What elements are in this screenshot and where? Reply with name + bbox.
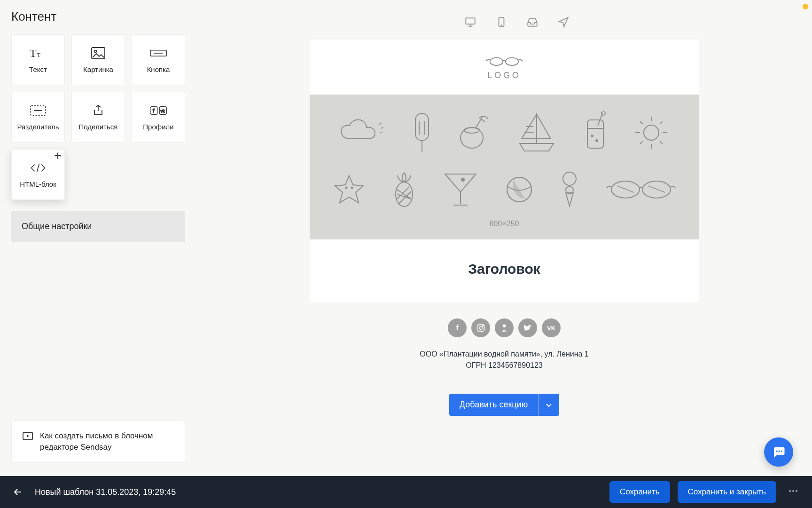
general-settings-label: Общие настройки — [22, 222, 92, 231]
twitter-icon[interactable] — [518, 318, 537, 337]
back-button[interactable] — [9, 484, 26, 500]
svg-point-32 — [644, 125, 659, 140]
save-close-label: Сохранить и закрыть — [688, 487, 766, 496]
block-html[interactable]: HTML-блок — [11, 149, 65, 200]
martini-icon — [442, 171, 479, 208]
hero-image-block[interactable]: 600×250 — [310, 95, 699, 239]
svg-line-38 — [660, 141, 663, 144]
svg-rect-0 — [466, 18, 475, 24]
sun-icon — [633, 115, 669, 151]
instagram-icon[interactable] — [471, 318, 490, 337]
heading-text: Заголовок — [310, 261, 699, 277]
block-text-label: Текст — [29, 65, 47, 73]
block-share[interactable]: Поделиться — [71, 92, 125, 143]
svg-point-58 — [789, 490, 791, 492]
add-section-button[interactable]: Добавить секцию — [449, 394, 538, 416]
save-button[interactable]: Сохранить — [609, 481, 670, 503]
chat-fab[interactable] — [764, 437, 793, 467]
block-profiles[interactable]: fvk Профили — [132, 92, 185, 143]
sunglasses-icon — [606, 177, 676, 202]
pineapple-icon — [392, 171, 416, 208]
button-icon — [150, 47, 167, 60]
inbox-preview-button[interactable] — [526, 16, 539, 30]
help-card[interactable]: Как создать письмо в блочном редакторе S… — [11, 421, 185, 463]
logo-icon: LOGO — [478, 56, 530, 81]
svg-point-49 — [611, 181, 640, 198]
svg-rect-26 — [587, 120, 603, 148]
general-settings-button[interactable]: Общие настройки — [11, 211, 185, 242]
image-icon — [90, 47, 107, 60]
add-section-label: Добавить секцию — [460, 400, 528, 409]
svg-text:T: T — [30, 47, 37, 59]
svg-point-52 — [479, 326, 483, 330]
svg-point-41 — [346, 187, 347, 189]
block-share-label: Поделиться — [79, 123, 118, 131]
facebook-icon[interactable]: f — [448, 318, 467, 337]
icecream-icon — [560, 171, 579, 208]
block-text[interactable]: Tт Текст — [11, 34, 65, 85]
beachball-icon — [505, 175, 533, 204]
svg-point-47 — [563, 172, 576, 185]
svg-point-2 — [501, 25, 501, 25]
help-video-icon — [22, 430, 33, 444]
svg-point-50 — [642, 181, 671, 198]
vk-icon[interactable]: VK — [542, 318, 561, 337]
odnoklassniki-icon[interactable] — [495, 318, 514, 337]
svg-point-54 — [503, 325, 506, 328]
save-and-close-button[interactable]: Сохранить и закрыть — [678, 481, 776, 503]
share-icon — [90, 104, 107, 117]
svg-point-30 — [591, 135, 593, 137]
help-text: Как создать письмо в блочном редакторе S… — [40, 430, 174, 453]
svg-point-53 — [483, 325, 484, 326]
svg-point-59 — [792, 490, 794, 492]
svg-point-31 — [596, 140, 598, 142]
move-icon — [54, 152, 62, 162]
svg-point-6 — [94, 50, 97, 52]
block-button[interactable]: Кнопка — [132, 34, 185, 85]
svg-rect-18 — [415, 113, 429, 141]
heading-block[interactable]: Заголовок — [310, 239, 699, 302]
arrow-left-icon — [12, 486, 23, 498]
save-label: Сохранить — [620, 487, 659, 496]
svg-text:vk: vk — [161, 109, 165, 113]
footer-line-1: ООО «Плантации водной памяти», ул. Ленин… — [310, 349, 699, 360]
window-minimize-dot[interactable] — [803, 4, 808, 9]
block-button-label: Кнопка — [147, 65, 170, 73]
mobile-preview-button[interactable] — [495, 16, 508, 30]
footer-line-2: ОГРН 1234567890123 — [310, 360, 699, 371]
block-image[interactable]: Картинка — [71, 34, 125, 85]
chat-icon — [772, 445, 786, 459]
social-block[interactable]: f VK — [310, 302, 699, 346]
svg-point-42 — [351, 187, 353, 189]
svg-text:f: f — [153, 107, 155, 113]
logo-block[interactable]: LOGO — [310, 40, 699, 95]
svg-point-56 — [779, 451, 780, 452]
svg-rect-5 — [92, 48, 105, 59]
footer-text-block[interactable]: ООО «Плантации водной памяти», ул. Ленин… — [310, 346, 699, 385]
svg-line-24 — [476, 117, 482, 128]
logo-text: LOGO — [487, 70, 521, 80]
block-divider[interactable]: Разделитель — [11, 92, 65, 143]
more-horizontal-icon — [788, 485, 799, 497]
code-icon — [30, 161, 47, 175]
block-image-label: Картинка — [83, 65, 113, 73]
send-test-button[interactable] — [557, 16, 570, 30]
svg-point-45 — [461, 178, 465, 182]
text-icon: Tт — [30, 47, 47, 60]
svg-text:т: т — [37, 50, 40, 58]
add-section-dropdown[interactable] — [538, 394, 559, 416]
block-profiles-label: Профили — [143, 123, 173, 131]
chevron-down-icon — [545, 401, 553, 409]
document-name: Новый шаблон 31.05.2023, 19:29:45 — [35, 487, 176, 497]
block-html-label: HTML-блок — [20, 180, 56, 188]
more-menu-button[interactable] — [784, 482, 803, 502]
block-divider-label: Разделитель — [17, 123, 59, 131]
svg-point-17 — [506, 58, 519, 65]
desktop-preview-button[interactable] — [464, 16, 476, 30]
coconut-drink-icon — [458, 114, 490, 151]
profiles-icon: fvk — [150, 104, 167, 117]
starfish-icon — [332, 174, 366, 206]
svg-point-55 — [776, 451, 778, 452]
svg-line-40 — [640, 141, 643, 144]
cloud-icon — [339, 117, 386, 148]
